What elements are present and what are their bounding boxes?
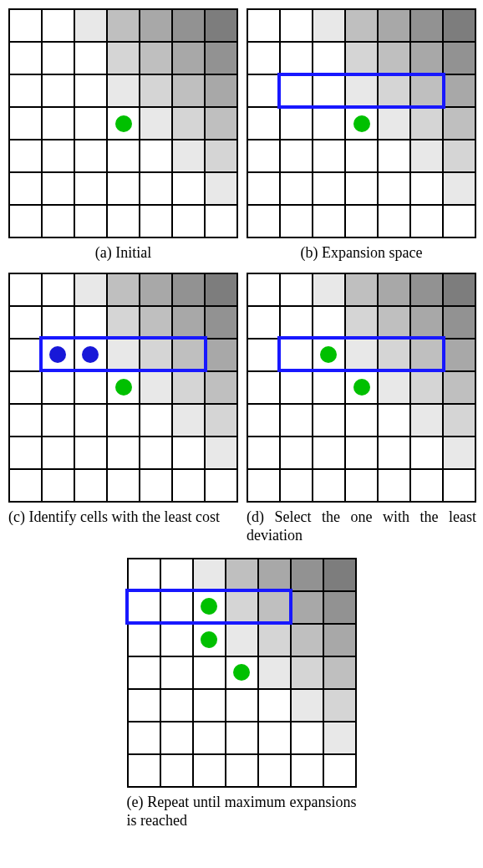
panel-b: (b) Expansion space — [247, 8, 476, 263]
grid-cell — [313, 205, 345, 237]
grid-cell — [172, 371, 205, 404]
grid-cell — [9, 404, 42, 437]
grid-cell — [205, 107, 237, 140]
grid-cell — [258, 656, 291, 689]
grid-cell — [172, 42, 205, 74]
grid-cell — [42, 172, 74, 205]
grid-cell — [313, 306, 345, 339]
grid-cell — [280, 172, 313, 205]
grid-cell — [74, 42, 107, 74]
grid-cell — [443, 339, 475, 371]
grid-cell — [193, 559, 226, 591]
grid-cell — [247, 140, 280, 172]
grid-cell — [378, 140, 410, 172]
grid-cell — [9, 140, 42, 172]
grid-cell — [323, 754, 356, 787]
grid-cell — [313, 42, 345, 74]
grid-cell — [291, 624, 323, 656]
grid-cell — [247, 74, 280, 107]
grid-cell — [107, 306, 140, 339]
grid-cell — [443, 273, 475, 306]
grid-cell — [280, 469, 313, 502]
blue-dot — [82, 346, 99, 363]
grid-cell — [74, 404, 107, 437]
grid-cell — [140, 9, 172, 42]
grid-cell — [160, 624, 193, 656]
grid-cell — [258, 624, 291, 656]
caption-d: (d) Select the one with the least deviat… — [247, 508, 476, 548]
grid-cell — [247, 9, 280, 42]
grid-cell — [172, 404, 205, 437]
grid-cell — [42, 74, 74, 107]
grid-cell — [313, 437, 345, 469]
green-dot — [201, 598, 217, 615]
grid-cell — [74, 140, 107, 172]
grid-cell — [74, 172, 107, 205]
grid-cell — [323, 722, 356, 754]
panel-d: (d) Select the one with the least deviat… — [247, 273, 476, 548]
grid-cell — [443, 140, 475, 172]
grid-cell — [107, 74, 140, 107]
grid-cell — [193, 656, 226, 689]
grid-cell — [128, 722, 160, 754]
grid-cell — [313, 273, 345, 306]
grid-cell — [160, 722, 193, 754]
grid-cell — [172, 140, 205, 172]
grid-cell — [205, 306, 237, 339]
grid-cell — [9, 339, 42, 371]
grid-cell — [247, 437, 280, 469]
grid-cell — [9, 42, 42, 74]
grid-cell — [128, 624, 160, 656]
grid-cell — [378, 205, 410, 237]
grid-cell — [205, 172, 237, 205]
grid-cell — [205, 140, 237, 172]
grid-cell — [42, 306, 74, 339]
grid-cell — [9, 306, 42, 339]
grid-cell — [247, 172, 280, 205]
grid-e-wrap — [127, 558, 357, 788]
grid-cell — [323, 591, 356, 624]
grid-cell — [443, 469, 475, 502]
grid-cell — [226, 722, 258, 754]
grid-cell — [140, 42, 172, 74]
grid-cell — [172, 107, 205, 140]
green-dot — [233, 664, 250, 681]
grid-cell — [280, 306, 313, 339]
grid-cell — [410, 140, 443, 172]
grid-cell — [410, 172, 443, 205]
grid-cell — [443, 371, 475, 404]
grid-cell — [74, 437, 107, 469]
grid-b-wrap — [247, 8, 476, 238]
caption-a: (a) Initial — [8, 243, 238, 263]
grid-cell — [107, 273, 140, 306]
grid-cell — [345, 469, 378, 502]
grid-cell — [160, 689, 193, 722]
grid-cell — [140, 371, 172, 404]
grid-cell — [172, 437, 205, 469]
green-dot — [320, 346, 337, 363]
grid-cell — [313, 469, 345, 502]
grid-cell — [443, 205, 475, 237]
grid-cell — [443, 107, 475, 140]
grid-cell — [291, 689, 323, 722]
grid-a-wrap — [8, 8, 238, 238]
green-dot — [353, 379, 370, 396]
grid-cell — [205, 469, 237, 502]
grid-cell — [410, 107, 443, 140]
grid-cell — [280, 404, 313, 437]
grid-cell — [258, 689, 291, 722]
grid-cell — [226, 559, 258, 591]
grid-cell — [42, 437, 74, 469]
grid-cell — [107, 140, 140, 172]
grid-cell — [42, 273, 74, 306]
grid-cell — [280, 437, 313, 469]
grid-cell — [128, 559, 160, 591]
grid-cell — [280, 9, 313, 42]
grid-cell — [140, 469, 172, 502]
grid-cell — [205, 437, 237, 469]
grid-cell — [378, 9, 410, 42]
grid-cell — [140, 74, 172, 107]
grid-cell — [107, 404, 140, 437]
grid-cell — [313, 9, 345, 42]
grid-cell — [172, 9, 205, 42]
